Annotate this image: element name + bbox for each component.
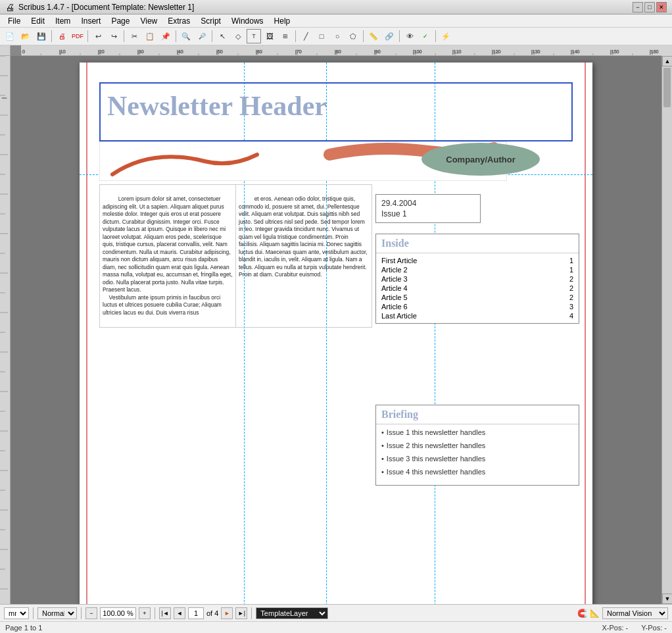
zoom-out-btn[interactable]: 🔎	[195, 29, 209, 43]
document-canvas: Newsletter Header Company/Author 29.4.20…	[11, 56, 661, 604]
prev-page-btn[interactable]: ◄	[174, 607, 185, 619]
menu-view[interactable]: View	[135, 15, 162, 27]
svg-text:|150: |150	[610, 49, 619, 55]
sep6	[295, 30, 296, 42]
plugin-btn[interactable]: ⚡	[439, 29, 453, 43]
menu-extras[interactable]: Extras	[162, 15, 195, 27]
text-frame-btn[interactable]: T	[247, 29, 261, 43]
sep3	[155, 607, 155, 619]
svg-text:|110: |110	[452, 49, 462, 55]
check-btn[interactable]: ✓	[418, 29, 433, 43]
company-author-oval[interactable]: Company/Author	[421, 143, 540, 176]
inside-label-6: Article 6	[381, 303, 560, 311]
redo-btn[interactable]: ↪	[107, 29, 121, 43]
zoom-in-btn[interactable]: 🔍	[179, 29, 193, 43]
pdf-btn[interactable]: PDF	[70, 29, 85, 43]
title-bar: 🖨 Scribus 1.4.7 - [Document Template: Ne…	[0, 0, 672, 14]
menu-bar: File Edit Item Insert Page View Extras S…	[0, 14, 672, 28]
rect-btn[interactable]: □	[314, 29, 329, 43]
ellipse-btn[interactable]: ○	[330, 29, 345, 43]
measure-btn[interactable]: 📏	[366, 29, 381, 43]
cut-btn[interactable]: ✂	[127, 29, 141, 43]
svg-text:|70: |70	[295, 49, 302, 55]
y-pos-text: Y-Pos: -	[641, 624, 667, 632]
header-frame[interactable]: Newsletter Header	[99, 82, 573, 141]
briefing-box[interactable]: Briefing • Issue 1 this newsletter handl…	[375, 405, 579, 486]
x-pos-text: X-Pos: -	[602, 624, 629, 632]
total-pages: of 4	[206, 609, 218, 617]
inside-row-4: Article 4 2	[381, 284, 573, 293]
sep8	[399, 30, 400, 42]
scroll-down-btn[interactable]: ▼	[662, 594, 672, 604]
text-col-1[interactable]: Lorem ipsum dolor sit amet, consectetuer…	[100, 185, 236, 327]
new-btn[interactable]: 📄	[3, 29, 17, 43]
menu-insert[interactable]: Insert	[76, 15, 106, 27]
next-page-btn[interactable]: ►	[221, 607, 233, 619]
vision-select[interactable]: Normal Vision	[602, 607, 668, 619]
inside-table: First Article 1 Article 2 1 Article 3 2 …	[376, 253, 579, 323]
svg-text:|: |	[1, 97, 7, 99]
layer-select[interactable]: TemplateLayer	[256, 607, 328, 619]
newsletter-title: Newsletter Header	[101, 84, 571, 122]
inside-label-2: Article 2	[381, 266, 560, 274]
zoom-in-small-btn[interactable]: +	[139, 607, 151, 619]
menu-windows[interactable]: Windows	[226, 15, 269, 27]
inside-label-7: Last Article	[381, 312, 560, 320]
date-issue-box[interactable]: 29.4.2004 Issue 1	[375, 194, 481, 223]
briefing-items: • Issue 1 this newsletter handles • Issu…	[376, 424, 579, 485]
inside-row-6: Article 6 3	[381, 302, 573, 311]
svg-text:|60: |60	[256, 49, 262, 55]
briefing-text-2: Issue 2 this newsletter handles	[387, 442, 485, 449]
title-bar-text: Scribus 1.4.7 - [Document Template: News…	[18, 3, 633, 12]
inside-row-1: First Article 1	[381, 256, 573, 265]
menu-script[interactable]: Script	[195, 15, 226, 27]
maximize-button[interactable]: □	[644, 2, 655, 13]
inside-page-4: 2	[560, 284, 573, 292]
last-page-btn[interactable]: ►|	[235, 607, 247, 619]
inside-label-3: Article 3	[381, 275, 560, 283]
link-btn[interactable]: 🔗	[382, 29, 396, 43]
unit-select[interactable]: mm	[4, 607, 29, 619]
image-btn[interactable]: 🖼	[262, 29, 277, 43]
scrollbar-thumb[interactable]	[663, 68, 671, 107]
menu-item[interactable]: Item	[50, 15, 76, 27]
scroll-up-btn[interactable]: ▲	[662, 56, 672, 66]
first-page-btn[interactable]: |◄	[159, 607, 171, 619]
svg-text:|40: |40	[177, 49, 183, 55]
save-btn[interactable]: 💾	[34, 29, 49, 43]
briefing-item-4: • Issue 4 this newsletter handles	[381, 468, 573, 476]
view-mode-select[interactable]: Normal	[37, 607, 77, 619]
minimize-button[interactable]: −	[633, 2, 643, 13]
open-btn[interactable]: 📂	[18, 29, 33, 43]
scrollbar-right[interactable]: ▲ ▼	[661, 56, 672, 604]
briefing-text-3: Issue 3 this newsletter handles	[387, 455, 485, 463]
inside-label-5: Article 5	[381, 293, 560, 301]
eye-btn[interactable]: 👁	[402, 29, 417, 43]
text-columns-area[interactable]: Lorem ipsum dolor sit amet, consectetuer…	[99, 184, 372, 328]
zoom-out-small-btn[interactable]: −	[85, 607, 97, 619]
sep4	[251, 607, 252, 619]
inside-row-5: Article 5 2	[381, 293, 573, 302]
node-btn[interactable]: ◇	[231, 29, 245, 43]
close-button[interactable]: ✕	[656, 2, 667, 13]
select-btn[interactable]: ↖	[215, 29, 229, 43]
line-btn[interactable]: ╱	[299, 29, 313, 43]
menu-page[interactable]: Page	[106, 15, 135, 27]
copy-btn[interactable]: 📋	[143, 29, 157, 43]
table-btn[interactable]: ⊞	[278, 29, 293, 43]
menu-file[interactable]: File	[3, 15, 26, 27]
inside-page-3: 2	[560, 275, 573, 283]
inside-box[interactable]: Inside First Article 1 Article 2 1 Artic…	[375, 234, 579, 324]
menu-edit[interactable]: Edit	[26, 15, 50, 27]
paste-btn[interactable]: 📌	[158, 29, 173, 43]
undo-btn[interactable]: ↩	[91, 29, 105, 43]
print-btn[interactable]: 🖨	[55, 29, 69, 43]
poly-btn[interactable]: ⬠	[346, 29, 360, 43]
scrollbar-top-corner	[661, 45, 672, 56]
zoom-level-input[interactable]	[100, 607, 136, 619]
inside-row-2: Article 2 1	[381, 265, 573, 274]
text-col-2[interactable]: et eros. Aenean odio dolor, tristique qu…	[236, 185, 372, 327]
page-number-input[interactable]	[188, 607, 204, 619]
inside-label-4: Article 4	[381, 284, 560, 292]
menu-help[interactable]: Help	[269, 15, 296, 27]
